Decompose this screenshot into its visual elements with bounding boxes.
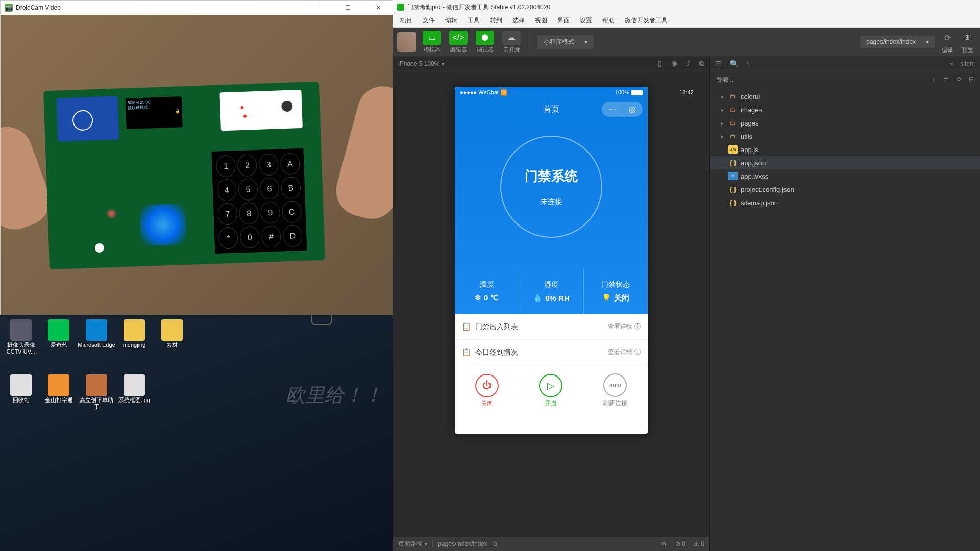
desktop-icon[interactable]: 回收站 bbox=[2, 374, 40, 416]
refresh-icon[interactable]: ⟳ bbox=[957, 76, 962, 84]
footer-bar: 页面路径 ▾ pages/index/index ⧉ 👁 ⊘ 0 ⚠ 0 bbox=[393, 537, 709, 551]
devtools-title: 门禁考勤pro - 微信开发者工具 Stable v1.02.2004020 bbox=[407, 3, 550, 12]
visibility-icon[interactable]: 👁 bbox=[661, 540, 667, 547]
copy-icon[interactable]: ⧉ bbox=[699, 59, 704, 68]
indent-icon[interactable]: ⇥ bbox=[948, 60, 953, 67]
keypad-key: 7 bbox=[217, 203, 237, 225]
menu-item[interactable]: 帮助 bbox=[597, 15, 620, 27]
desktop-icon[interactable]: 素材 bbox=[153, 319, 191, 361]
video-feed: 50MM 25.0C 指纹锁模式 🔒 123A456B789C*0#D bbox=[1, 15, 393, 315]
keypad-key: 8 bbox=[239, 202, 259, 224]
action-button[interactable]: ▷开启 bbox=[539, 374, 562, 407]
menu-item[interactable]: 转到 bbox=[485, 15, 507, 27]
desktop-icon[interactable]: mengjing bbox=[115, 319, 153, 361]
status-bar: ●●●●● WeChat🛜 18:42 100% bbox=[455, 87, 648, 98]
device-icon[interactable]: ▯ bbox=[658, 59, 662, 68]
record-icon[interactable]: ◉ bbox=[671, 59, 677, 68]
sensor-module bbox=[219, 90, 303, 131]
status-circle[interactable]: 门禁系统 未连接 bbox=[500, 136, 602, 238]
menu-item[interactable]: 选择 bbox=[507, 15, 530, 27]
share-icon[interactable]: ⤴ bbox=[687, 59, 690, 68]
keypad-key: 6 bbox=[259, 178, 279, 200]
cloud-tab[interactable]: ☁ 云开发 bbox=[500, 31, 523, 54]
keypad-key: A bbox=[280, 153, 300, 175]
new-file-icon[interactable]: ＋ bbox=[930, 76, 936, 84]
menu-item[interactable]: 工具 bbox=[462, 15, 485, 27]
device-selector[interactable]: iPhone 5 100% ▾ bbox=[398, 60, 445, 67]
compile-button[interactable]: ⟳ bbox=[939, 30, 955, 46]
menu-item[interactable]: 文件 bbox=[418, 15, 440, 27]
menu-item[interactable]: 界面 bbox=[552, 15, 575, 27]
simulator-panel: iPhone 5 100% ▾ ▯ ◉ ⤴ ⧉ ●●●●● WeChat🛜 18… bbox=[393, 56, 709, 551]
rfid-module bbox=[57, 96, 119, 141]
droidcam-app-icon: 📷 bbox=[5, 4, 13, 12]
branch-icon[interactable]: ⑂ bbox=[747, 60, 751, 68]
list-item[interactable]: 📋门禁出入列表查看详情 ⓘ bbox=[455, 314, 648, 340]
minimize-button[interactable]: — bbox=[307, 1, 327, 15]
sitemap-hint: sitem bbox=[960, 60, 975, 67]
file-tree-item[interactable]: { }app.json bbox=[710, 156, 980, 169]
desktop-area: 摄像头录像CCTV UV...爱奇艺Microsoft Edgemengjing… bbox=[0, 315, 393, 551]
menu-item[interactable]: 设置 bbox=[575, 15, 597, 27]
file-tree-item[interactable]: JSapp.js bbox=[710, 143, 980, 156]
stat-item: 湿度💧0% RH bbox=[519, 268, 583, 314]
list-view-icon[interactable]: ☰ bbox=[715, 60, 722, 68]
keypad-key: B bbox=[281, 177, 301, 199]
desktop-icon[interactable]: Microsoft Edge bbox=[78, 319, 115, 361]
file-tree-item[interactable]: ▸🗀images bbox=[710, 103, 980, 116]
list-item[interactable]: 📋今日签到情况查看详情 ⓘ bbox=[455, 340, 648, 365]
mode-dropdown[interactable]: 小程序模式▾ bbox=[537, 35, 594, 49]
warning-count[interactable]: ⚠ 0 bbox=[694, 540, 704, 547]
keypad-key: 2 bbox=[237, 154, 257, 177]
capsule-close-button[interactable]: ◎ bbox=[622, 102, 643, 117]
page-path-dropdown[interactable]: pages/index/index▾ bbox=[860, 36, 935, 48]
fingerprint-scanner bbox=[139, 204, 187, 246]
editor-tab[interactable]: </> 编辑器 bbox=[447, 31, 470, 54]
desktop-icon[interactable]: 系统框图.jpg bbox=[115, 374, 153, 416]
new-folder-icon[interactable]: 🗀 bbox=[943, 76, 949, 84]
page-title: 首页 bbox=[543, 104, 559, 115]
file-tree-item[interactable]: ▸🗀pages bbox=[710, 116, 980, 130]
file-tree-item[interactable]: { }sitemap.json bbox=[710, 196, 980, 209]
close-button[interactable]: ✕ bbox=[368, 1, 388, 15]
oled-display: 50MM 25.0C 指纹锁模式 🔒 bbox=[126, 96, 183, 129]
file-tree-item[interactable]: ≡app.wxss bbox=[710, 169, 980, 183]
maximize-button[interactable]: ☐ bbox=[337, 1, 358, 15]
capsule-menu-button[interactable]: ⋯ bbox=[602, 102, 622, 117]
collapse-icon[interactable]: ⊟ bbox=[969, 76, 974, 84]
user-avatar[interactable] bbox=[397, 32, 416, 52]
menu-item[interactable]: 编辑 bbox=[440, 15, 462, 27]
page-path-label[interactable]: 页面路径 ▾ bbox=[398, 540, 427, 548]
devtools-app-icon bbox=[397, 4, 404, 11]
nav-bar: 首页 ⋯ ◎ bbox=[455, 98, 648, 120]
page-path-value: pages/index/index bbox=[432, 540, 487, 547]
menu-item[interactable]: 微信开发者工具 bbox=[620, 15, 673, 27]
menu-item[interactable]: 视图 bbox=[530, 15, 552, 27]
desktop-icon[interactable]: 摄像头录像CCTV UV... bbox=[2, 319, 40, 361]
debugger-tab[interactable]: ⬢ 调试器 bbox=[474, 31, 496, 54]
droidcam-window: 📷 DroidCam Video — ☐ ✕ 50MM 25.0C 指纹锁模式 … bbox=[0, 0, 393, 315]
desktop-icon[interactable]: 嘉立创下单助手 bbox=[78, 374, 115, 416]
simulator-tab[interactable]: ▭ 模拟器 bbox=[421, 31, 443, 54]
action-button[interactable]: auto刷新连接 bbox=[603, 373, 627, 408]
circuit-board: 50MM 25.0C 指纹锁模式 🔒 123A456B789C*0#D bbox=[43, 82, 325, 270]
file-tree-item[interactable]: { }project.config.json bbox=[710, 183, 980, 196]
file-tree-item[interactable]: ▸🗀colorui bbox=[710, 90, 980, 103]
keypad-key: C bbox=[282, 201, 302, 223]
desktop-icon[interactable]: 金山打字通 bbox=[40, 374, 78, 416]
menu-item[interactable]: 项目 bbox=[395, 15, 418, 27]
desktop-icon[interactable]: 爱奇艺 bbox=[40, 319, 78, 361]
error-count[interactable]: ⊘ 0 bbox=[675, 540, 685, 547]
search-icon[interactable]: 🔍 bbox=[730, 60, 739, 68]
devtools-titlebar: 门禁考勤pro - 微信开发者工具 Stable v1.02.2004020 bbox=[393, 0, 980, 14]
keypad-key: * bbox=[218, 227, 238, 249]
action-button[interactable]: ⏻关闭 bbox=[475, 374, 499, 407]
stat-item: 门禁状态💡关闭 bbox=[583, 268, 648, 314]
copy-path-icon[interactable]: ⧉ bbox=[493, 540, 497, 547]
keypad-key: 9 bbox=[260, 202, 280, 224]
file-tree-item[interactable]: ▸🗀utils bbox=[710, 130, 980, 143]
keypad: 123A456B789C*0#D bbox=[211, 148, 307, 254]
keypad-key: # bbox=[261, 225, 281, 247]
keypad-key: 4 bbox=[216, 179, 236, 201]
preview-button[interactable]: 👁 bbox=[960, 30, 976, 46]
